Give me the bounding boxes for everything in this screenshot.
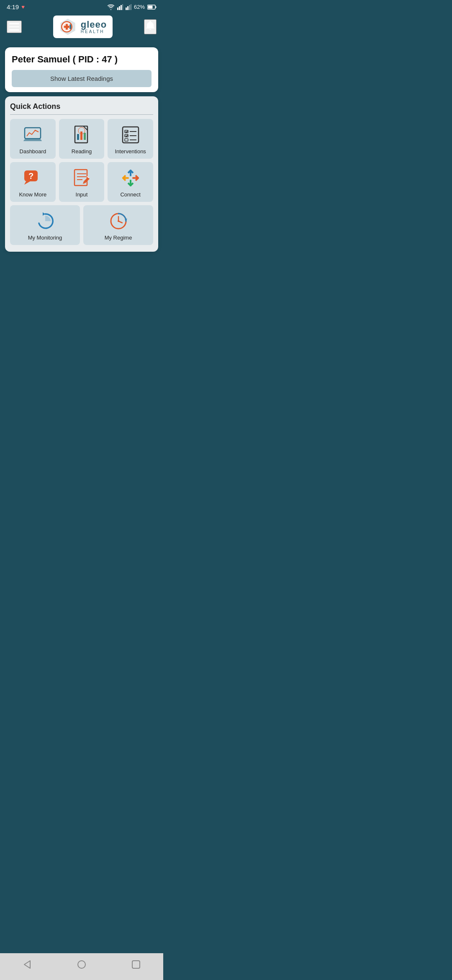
quick-actions-title: Quick Actions bbox=[10, 102, 153, 115]
status-bar: 4:19 ♥ 62% bbox=[0, 0, 163, 12]
svg-rect-9 bbox=[148, 5, 153, 8]
my-monitoring-label: My Monitoring bbox=[28, 235, 62, 241]
status-right-icons: 62% bbox=[107, 4, 157, 10]
know-more-button[interactable]: ? Know More bbox=[10, 162, 56, 202]
interventions-label: Interventions bbox=[115, 148, 146, 155]
svg-rect-32 bbox=[74, 170, 87, 186]
my-monitoring-icon bbox=[35, 211, 55, 231]
actions-grid: Dashboard Reading bbox=[10, 119, 153, 202]
battery-icon bbox=[147, 5, 157, 10]
svg-rect-6 bbox=[129, 5, 130, 10]
brand-subtitle: HEALTH bbox=[81, 29, 105, 34]
wifi-icon bbox=[107, 4, 115, 10]
dashboard-label: Dashboard bbox=[20, 148, 46, 155]
signal-icon bbox=[117, 4, 123, 10]
patient-card: Peter Samuel ( PID : 47 ) Show Latest Re… bbox=[5, 47, 158, 92]
battery-percent: 62% bbox=[134, 4, 145, 10]
brand-name: gleeo bbox=[81, 20, 107, 29]
svg-rect-10 bbox=[156, 6, 157, 8]
svg-rect-28 bbox=[125, 139, 128, 141]
svg-text:?: ? bbox=[28, 171, 33, 181]
connect-label: Connect bbox=[120, 191, 140, 198]
time-display: 4:19 bbox=[7, 3, 19, 10]
svg-rect-7 bbox=[131, 4, 131, 10]
logo-container: gleeo HEALTH bbox=[53, 15, 113, 38]
actions-grid-bottom: My Monitoring My Regime bbox=[10, 205, 153, 245]
bell-icon bbox=[145, 20, 156, 31]
svg-rect-4 bbox=[126, 8, 127, 10]
svg-rect-0 bbox=[117, 8, 118, 10]
logo-icon bbox=[59, 18, 77, 36]
svg-rect-16 bbox=[64, 26, 69, 28]
input-button[interactable]: Input bbox=[59, 162, 105, 202]
reading-icon bbox=[72, 125, 92, 145]
notification-button[interactable] bbox=[144, 19, 157, 34]
signal2-icon bbox=[126, 4, 131, 10]
input-label: Input bbox=[76, 191, 88, 198]
svg-rect-2 bbox=[121, 5, 122, 10]
logo-text: gleeo HEALTH bbox=[81, 20, 107, 34]
header: gleeo HEALTH bbox=[0, 12, 163, 44]
patient-name: Peter Samuel ( PID : 47 ) bbox=[12, 54, 152, 65]
interventions-button[interactable]: Interventions bbox=[108, 119, 153, 159]
svg-rect-20 bbox=[80, 132, 82, 140]
status-time-area: 4:19 ♥ bbox=[7, 3, 25, 10]
hamburger-line bbox=[9, 26, 19, 28]
input-icon bbox=[72, 168, 92, 188]
hamburger-button[interactable] bbox=[7, 21, 22, 33]
quick-actions-card: Quick Actions Dashboard bbox=[5, 96, 158, 252]
reading-label: Reading bbox=[72, 148, 92, 155]
hamburger-line bbox=[9, 29, 19, 31]
my-monitoring-button[interactable]: My Monitoring bbox=[10, 205, 80, 245]
reading-button[interactable]: Reading bbox=[59, 119, 105, 159]
svg-rect-19 bbox=[77, 134, 79, 140]
dashboard-icon bbox=[23, 125, 43, 145]
dashboard-button[interactable]: Dashboard bbox=[10, 119, 56, 159]
know-more-icon: ? bbox=[23, 168, 43, 188]
heart-icon: ♥ bbox=[21, 4, 25, 10]
svg-rect-3 bbox=[122, 4, 123, 10]
hamburger-line bbox=[9, 23, 19, 24]
my-regime-button[interactable]: My Regime bbox=[83, 205, 153, 245]
show-readings-button[interactable]: Show Latest Readings bbox=[12, 70, 152, 87]
svg-rect-1 bbox=[119, 6, 120, 10]
svg-rect-5 bbox=[127, 6, 128, 10]
my-regime-icon bbox=[108, 211, 128, 231]
interventions-icon bbox=[121, 125, 141, 145]
connect-icon bbox=[121, 168, 141, 188]
svg-rect-21 bbox=[84, 133, 86, 140]
my-regime-label: My Regime bbox=[105, 235, 132, 241]
svg-point-40 bbox=[118, 220, 119, 222]
connect-button[interactable]: Connect bbox=[108, 162, 153, 202]
know-more-label: Know More bbox=[19, 191, 46, 198]
